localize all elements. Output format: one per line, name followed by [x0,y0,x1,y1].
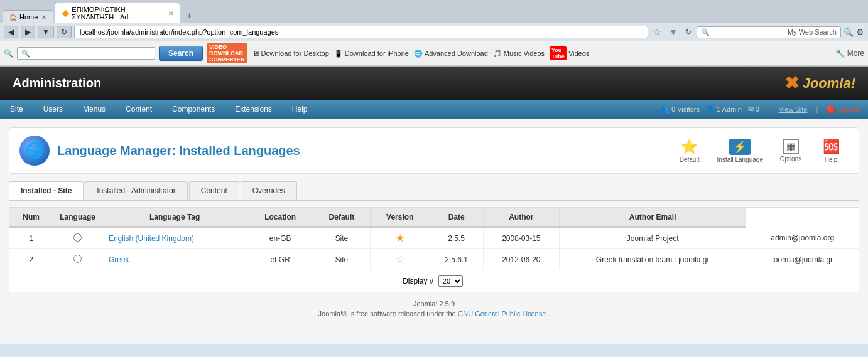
footer-credit: Joomla!® is free software released under… [16,310,852,317]
admin-nav-right: 👥 0 Visitors 👤 1 Admin ✉ 0 | View Site |… [661,105,868,114]
music-videos-label: Music Videos [504,50,545,57]
row1-default-star[interactable]: ★ [396,233,404,243]
display-bar: Display # 20 [9,270,859,292]
nav-content[interactable]: Content [116,100,162,119]
col-num: Num [9,208,53,228]
address-bar[interactable] [74,26,648,38]
tab-installed-admin[interactable]: Installed - Administrator [85,181,187,200]
settings-wrench-icon: 🔧 [835,49,845,58]
search-submit-icon[interactable]: 🔍 [844,28,854,37]
admin-status[interactable]: 👤 1 Admin [706,105,742,114]
forward-button[interactable]: ▶ [21,26,35,38]
search-button[interactable]: Search [159,46,203,61]
help-button[interactable]: 🆘 Help [813,136,849,166]
row1-radio-input[interactable] [73,233,82,242]
toolbar-video-converter[interactable]: VIDEODOWNLOADCONVERTER [207,43,247,63]
nav-menus[interactable]: Menus [73,100,116,119]
row1-language-link[interactable]: English (United Kingdom) [109,234,194,243]
view-site-link[interactable]: View Site [779,105,808,113]
iphone-icon: 📱 [334,50,343,58]
toolbar-youtube[interactable]: YouTube Videos [550,46,589,60]
row1-version: 2.5.5 [430,227,483,249]
admin-icon: 👤 [706,105,715,114]
row2-default-star[interactable]: ☆ [396,254,404,265]
row2-language-link[interactable]: Greek [109,255,129,264]
tab-installed-site[interactable]: Installed - Site [9,181,84,200]
table-header-row: Num Language Language Tag Location Defau… [9,208,859,228]
more-button[interactable]: 🔧 More [835,49,864,58]
refresh-button[interactable]: ↻ [57,26,72,38]
languages-table: Num Language Language Tag Location Defau… [9,207,859,270]
row2-location: Site [313,249,370,270]
row2-language[interactable]: Greek [102,249,247,270]
tab-content[interactable]: Content [189,181,239,200]
display-label: Display # [403,277,433,285]
browser-search-input[interactable] [710,28,785,36]
download-iphone-label: Download for iPhone [345,50,409,57]
back-button[interactable]: ◀ [4,26,18,38]
row1-tag: en-GB [247,227,313,249]
admin-label: 1 Admin [717,105,742,113]
tabs-area: Installed - Site Installed - Administrat… [9,181,859,201]
reload-icon[interactable]: ↻ [683,28,694,36]
admin-area: Administration ✖ Joomla! Site Users Menu… [0,67,868,344]
row2-radio [53,249,102,270]
col-default: Default [313,208,370,228]
messages-status[interactable]: ✉ 0 [748,105,759,114]
install-language-button[interactable]: ⚡ Install Language [712,136,768,166]
admin-title: Administration [13,76,101,90]
default-action-button[interactable]: ⭐ Default [672,136,707,166]
tab-home[interactable]: 🏠 Home ✕ [3,10,53,23]
nav-users[interactable]: Users [33,100,73,119]
browser-search-area: 🔍 My Web Search [697,26,841,38]
visitors-status[interactable]: 👥 0 Visitors [661,105,700,114]
admin-nav-left: Site Users Menus Content Components Exte… [0,100,318,119]
row2-radio-input[interactable] [73,255,82,263]
search-input[interactable] [17,47,155,60]
toolbar-advanced-download[interactable]: 🌐 Advanced Download [414,50,488,58]
row2-date: 2012-06-20 [483,249,559,270]
col-tag: Language Tag [102,208,247,228]
row2-default[interactable]: ☆ [370,249,430,270]
tab-home-close[interactable]: ✕ [41,14,46,21]
lightning-icon: ⚡ [729,139,751,155]
options-label: Options [780,156,801,163]
col-email: Author Email [560,208,746,228]
admin-nav: Site Users Menus Content Components Exte… [0,100,868,119]
toolbar-download-iphone[interactable]: 📱 Download for iPhone [334,50,409,58]
page-header: 🌐 Language Manager: Installed Languages … [9,127,859,174]
row2-version: 2.5.6.1 [430,249,483,270]
music-icon: 🎵 [493,50,502,58]
settings-icon[interactable]: ⚙ [856,27,864,37]
bookmark-star-icon[interactable]: ☆ [651,27,664,37]
tab-joomla-close[interactable]: ✕ [168,10,173,17]
nav-components[interactable]: Components [162,100,225,119]
home-favicon: 🏠 [9,14,17,21]
row1-num: 1 [9,227,53,249]
nav-help[interactable]: Help [282,100,318,119]
nav-extensions[interactable]: Extensions [225,100,282,119]
options-button[interactable]: ▦ Options [773,136,808,166]
nav-site[interactable]: Site [0,100,33,119]
new-tab-button[interactable]: + [182,8,197,23]
bookmark-down-icon[interactable]: ▼ [666,27,680,37]
visitors-label: 0 Visitors [671,105,700,113]
logout-button[interactable]: 🔴 Log out [827,105,860,114]
col-author: Author [483,208,559,228]
history-button[interactable]: ▼ [38,26,54,38]
row1-default[interactable]: ★ [370,227,430,249]
tab-joomla[interactable]: 🔶 ΕΠΙΜΟΡΦΩΤΙΚΗ ΣΥΝΑΝΤΗΣΗ - Ad... ✕ [55,3,180,23]
footer-version: Joomla! 2.5.9 [16,300,852,307]
tab-home-label: Home [19,13,38,21]
toolbar-music-videos[interactable]: 🎵 Music Videos [493,50,545,58]
joomla-favicon: 🔶 [62,10,69,17]
row2-num: 2 [9,249,53,270]
footer-license-link[interactable]: GNU General Public License [458,310,546,317]
page-title-area: 🌐 Language Manager: Installed Languages [19,136,300,166]
footer-credit-text: Joomla!® is free software released under… [318,310,456,317]
default-label: Default [680,156,700,163]
row1-language[interactable]: English (United Kingdom) [102,227,247,249]
toolbar-download-desktop[interactable]: 🖥 Download for Desktop [252,50,329,57]
display-select[interactable]: 20 [438,275,463,287]
tab-overrides[interactable]: Overrides [241,181,297,200]
